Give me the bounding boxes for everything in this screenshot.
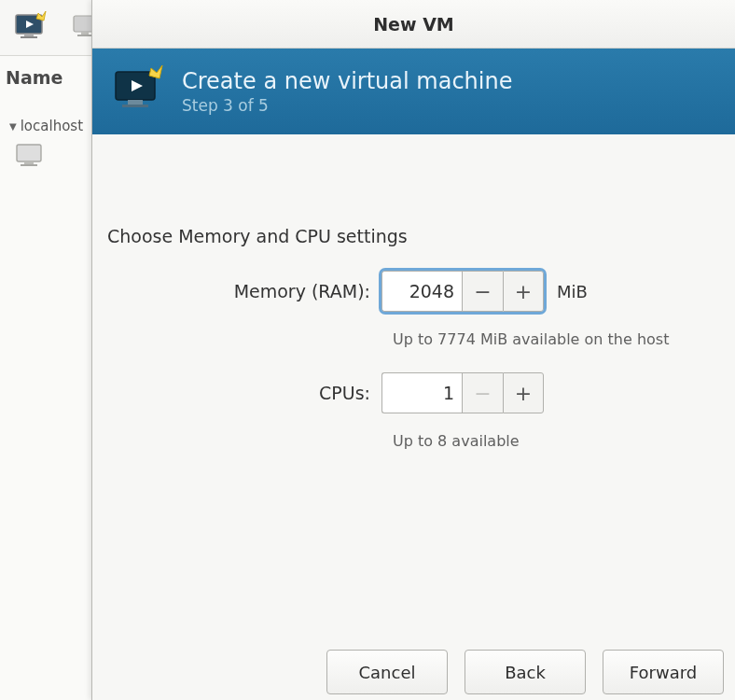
new-vm-dialog: New VM Create a new virtual machine Step… bbox=[91, 0, 735, 700]
dialog-footer: Cancel Back Forward bbox=[92, 650, 735, 696]
monitor-icon bbox=[13, 140, 47, 174]
dialog-titlebar: New VM bbox=[92, 0, 735, 49]
svg-marker-4 bbox=[36, 11, 46, 21]
new-vm-header-icon bbox=[111, 64, 165, 119]
svg-rect-15 bbox=[21, 164, 37, 166]
tree-host-row[interactable]: ▼ localhost bbox=[0, 112, 103, 140]
memory-label: Memory (RAM): bbox=[105, 281, 381, 301]
plus-icon: + bbox=[515, 280, 532, 303]
dialog-body: Choose Memory and CPU settings Memory (R… bbox=[92, 134, 735, 450]
svg-rect-2 bbox=[24, 34, 34, 36]
cpu-hint: Up to 8 available bbox=[105, 432, 722, 450]
memory-row: Memory (RAM): − + MiB bbox=[105, 271, 722, 312]
column-header-name[interactable]: Name bbox=[6, 67, 62, 88]
new-vm-toolbar-button[interactable] bbox=[7, 8, 54, 48]
svg-rect-19 bbox=[122, 105, 148, 107]
svg-rect-14 bbox=[24, 161, 34, 164]
memory-increment-button[interactable]: + bbox=[503, 271, 544, 312]
dialog-header-title: Create a new virtual machine bbox=[182, 68, 512, 94]
memory-hint: Up to 7774 MiB available on the host bbox=[105, 330, 722, 348]
dialog-header: Create a new virtual machine Step 3 of 5 bbox=[92, 49, 735, 134]
back-button[interactable]: Back bbox=[465, 650, 586, 694]
cpu-input[interactable] bbox=[381, 372, 462, 413]
cpu-label: CPUs: bbox=[105, 383, 381, 403]
back-button-label: Back bbox=[505, 663, 546, 682]
minus-icon: − bbox=[474, 280, 491, 303]
dialog-title: New VM bbox=[373, 14, 454, 35]
cpu-increment-button[interactable]: + bbox=[503, 372, 544, 413]
memory-input[interactable] bbox=[381, 271, 462, 312]
svg-rect-18 bbox=[128, 100, 143, 105]
cpu-row: CPUs: − + bbox=[105, 372, 722, 413]
svg-rect-13 bbox=[17, 145, 41, 161]
dialog-header-step: Step 3 of 5 bbox=[182, 96, 512, 115]
memory-unit: MiB bbox=[557, 282, 588, 301]
connection-tree: ▼ localhost bbox=[0, 112, 103, 174]
svg-rect-7 bbox=[77, 35, 92, 36]
caret-down-icon: ▼ bbox=[9, 121, 17, 132]
cancel-button-label: Cancel bbox=[359, 663, 416, 682]
tree-vm-row[interactable] bbox=[0, 140, 103, 174]
cancel-button[interactable]: Cancel bbox=[326, 650, 448, 694]
forward-button-label: Forward bbox=[630, 663, 697, 682]
svg-rect-6 bbox=[81, 32, 89, 35]
svg-marker-20 bbox=[149, 65, 162, 78]
cpu-spin: − + bbox=[381, 372, 544, 413]
forward-button[interactable]: Forward bbox=[603, 650, 724, 694]
svg-rect-3 bbox=[21, 36, 37, 38]
plus-icon: + bbox=[515, 382, 532, 405]
memory-spin: − + bbox=[381, 271, 544, 312]
memory-decrement-button[interactable]: − bbox=[462, 271, 503, 312]
minus-icon: − bbox=[474, 382, 491, 405]
section-title: Choose Memory and CPU settings bbox=[107, 226, 722, 246]
tree-host-label: localhost bbox=[21, 118, 83, 134]
cpu-decrement-button[interactable]: − bbox=[462, 372, 503, 413]
